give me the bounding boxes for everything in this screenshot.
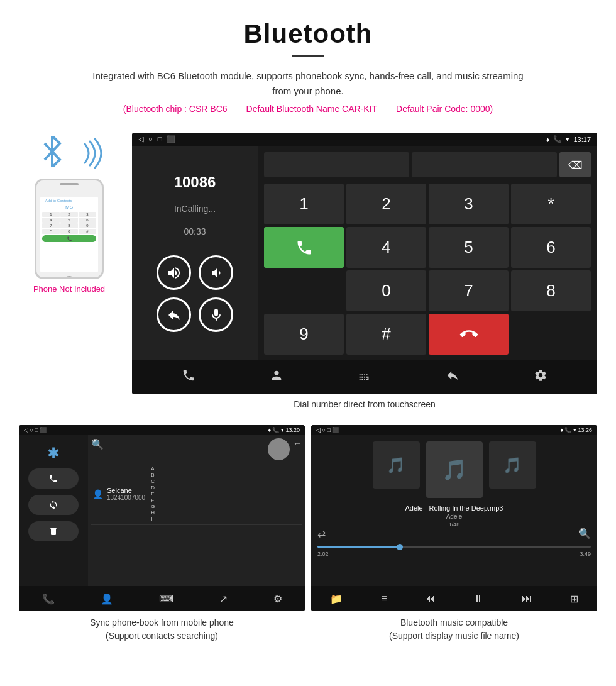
contact-name: Seicane (107, 487, 145, 494)
phonebook-delete-btn[interactable] (28, 521, 79, 541)
menu-icon: ⬛ (167, 135, 175, 143)
music-screen: ◁ ○ □ ⬛ ♦ 📞 ▾ 13:26 🎵 🎵 🎵 Adele - R (311, 425, 597, 611)
play-pause-icon[interactable]: ⏸ (473, 593, 483, 604)
pb-phone-icon[interactable]: 📞 (42, 593, 55, 605)
phonebook-sync-btn[interactable] (28, 495, 79, 515)
time-row: 2:02 3:49 (317, 551, 591, 557)
volume-down-button[interactable] (199, 255, 233, 290)
clock: 13:17 (573, 136, 591, 143)
mic-button[interactable] (199, 297, 233, 332)
progress-dot (397, 544, 403, 550)
key-3[interactable]: 3 (429, 184, 509, 224)
phone-mockup: + Add to Contacts MS 123 456 789 *0# 📞 P… (19, 133, 119, 294)
call-status: InCalling... (174, 204, 216, 214)
statusbar-nav-icons: ◁ ○ □ ⬛ (138, 135, 175, 143)
android-statusbar: ◁ ○ □ ⬛ ♦ 📞 ▾ 13:17 (132, 133, 597, 146)
call-timer: 00:33 (184, 226, 206, 236)
call-controls (157, 255, 233, 332)
backspace-button[interactable]: ⌫ (559, 152, 591, 177)
key-6[interactable]: 6 (511, 227, 591, 268)
call-icon: 📞 (553, 135, 562, 143)
key-9[interactable]: 9 (264, 314, 344, 355)
search-music-icon[interactable]: 🔍 (578, 528, 591, 539)
eq-icon[interactable]: ⊞ (570, 593, 578, 605)
phone-add-contact-label: + Add to Contacts (42, 199, 96, 202)
alphabet-index: ABCDEFGHI (151, 466, 155, 522)
pb-dialpad-icon[interactable]: ⌨ (159, 593, 173, 605)
key-2[interactable]: 2 (346, 184, 426, 224)
call-accept-button[interactable] (264, 227, 344, 268)
phone-image: + Add to Contacts MS 123 456 789 *0# 📞 (35, 179, 104, 279)
key-7[interactable]: 7 (429, 270, 509, 311)
bluetooth-symbol-icon (40, 136, 65, 167)
music-info: Adele - Rolling In the Deep.mp3 Adele 1/… (317, 504, 591, 528)
title-divider (292, 55, 324, 57)
page-title: Bluetooth (13, 19, 603, 49)
pb-status-right: ♦ 📞 ▾ 13:20 (268, 427, 300, 433)
playlist-icon[interactable]: ≡ (381, 593, 387, 604)
key-8[interactable]: 8 (511, 270, 591, 311)
phonebook-call-btn[interactable] (28, 468, 79, 489)
prev-icon[interactable]: ⏮ (425, 593, 435, 604)
contacts-tab-icon[interactable] (270, 368, 283, 386)
music-art-row: 🎵 🎵 🎵 (317, 441, 591, 498)
spec-name: Default Bluetooth Name CAR-KIT (246, 104, 378, 114)
display-row: ⌫ (264, 152, 591, 177)
dialpad-tab-icon[interactable] (358, 368, 371, 386)
spec-chip: (Bluetooth chip : CSR BC6 (123, 104, 228, 114)
progress-bar[interactable] (317, 546, 591, 548)
back-icon: ◁ (138, 135, 143, 143)
middle-section: + Add to Contacts MS 123 456 789 *0# 📞 P… (0, 126, 616, 425)
folder-icon[interactable]: 📁 (330, 593, 343, 605)
music-status-right: ♦ 📞 ▾ 13:26 (560, 427, 592, 433)
pb-contacts-icon[interactable]: 👤 (101, 593, 113, 605)
album-art-left: 🎵 (373, 441, 420, 489)
contact-avatar-icon: 👤 (92, 489, 103, 499)
location-icon: ♦ (546, 136, 550, 143)
phonebook-card: ◁ ○ □ ⬛ ♦ 📞 ▾ 13:20 ✱ (19, 425, 305, 643)
phonebook-avatar-circle (268, 438, 290, 460)
phonebook-screen: ◁ ○ □ ⬛ ♦ 📞 ▾ 13:20 ✱ (19, 425, 305, 611)
volume-up-button[interactable] (157, 255, 191, 290)
music-caption: Bluetooth music compatible (Support disp… (311, 616, 597, 643)
android-bottom-bar (132, 360, 597, 394)
key-star[interactable]: * (511, 184, 591, 224)
display-box1 (264, 152, 409, 177)
progress-container (317, 546, 591, 548)
transfer-tab-icon[interactable] (446, 368, 459, 386)
key-4[interactable]: 4 (346, 227, 426, 268)
transfer-button[interactable] (157, 297, 191, 332)
android-dialer-screen: ◁ ○ □ ⬛ ♦ 📞 ▾ 13:17 10086 InCalling... (132, 133, 597, 394)
pb-transfer-icon[interactable]: ↗ (219, 593, 228, 605)
keypad-grid: 1 2 3 * 4 5 6 0 7 8 9 # (264, 184, 591, 355)
pb-nav-icons: ◁ ○ □ ⬛ (24, 427, 47, 433)
home-icon: ○ (148, 135, 153, 143)
music-title: Adele - Rolling In the Deep.mp3 (317, 504, 591, 512)
music-card: ◁ ○ □ ⬛ ♦ 📞 ▾ 13:26 🎵 🎵 🎵 Adele - R (311, 425, 597, 643)
key-hash[interactable]: # (346, 314, 426, 355)
album-art-right: 🎵 (489, 441, 536, 489)
music-track-info: 1/48 (317, 521, 591, 528)
call-end-button[interactable] (429, 314, 509, 355)
contact-row[interactable]: 👤 Seicane 13241007000 ABCDEFGHI (91, 463, 302, 525)
music-note-main-icon: 🎵 (442, 458, 467, 482)
music-nav-icons: ◁ ○ □ ⬛ (316, 427, 339, 433)
contact-number: 13241007000 (107, 494, 145, 501)
phone-call-button[interactable]: 📞 (42, 235, 96, 242)
phonebook-sidebar: ✱ (19, 435, 88, 586)
page-header: Bluetooth Integrated with BC6 Bluetooth … (0, 0, 616, 126)
key-5[interactable]: 5 (429, 227, 509, 268)
settings-tab-icon[interactable] (534, 368, 547, 386)
phone-screen: + Add to Contacts MS 123 456 789 *0# 📞 (40, 197, 98, 272)
pb-settings-icon[interactable]: ⚙ (273, 593, 282, 605)
shuffle-icon[interactable]: ⇄ (317, 528, 326, 539)
key-0[interactable]: 0 (346, 270, 426, 311)
key-1[interactable]: 1 (264, 184, 344, 224)
phonebook-statusbar: ◁ ○ □ ⬛ ♦ 📞 ▾ 13:20 (19, 425, 305, 435)
spec-code: Default Pair Code: 0000) (396, 104, 493, 114)
phone-tab-icon[interactable] (182, 368, 195, 386)
back-arrow-icon[interactable]: ← (293, 438, 302, 460)
next-icon[interactable]: ⏭ (522, 593, 532, 604)
search-icon[interactable]: 🔍 (91, 438, 104, 460)
music-artist: Adele (317, 513, 591, 520)
